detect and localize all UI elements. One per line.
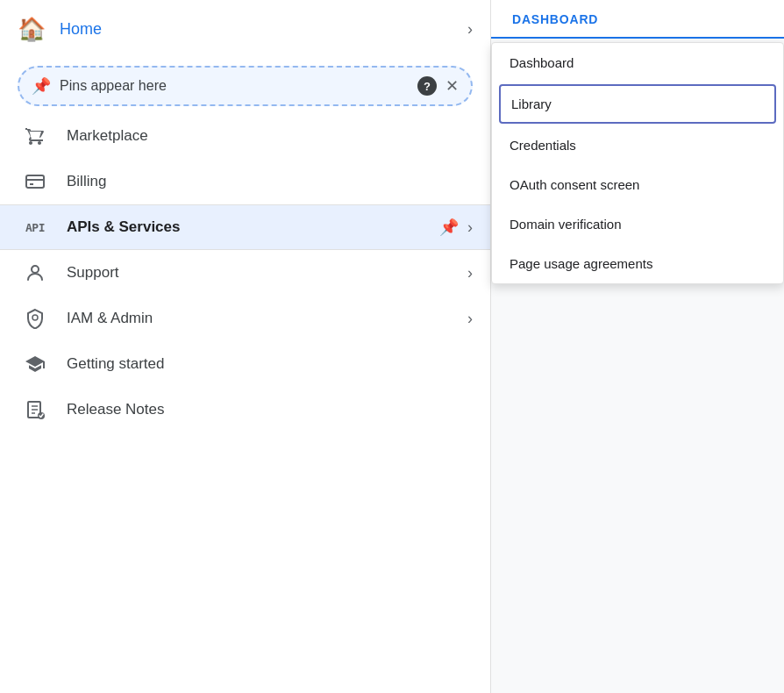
getting-started-label: Getting started [67,355,473,373]
svg-rect-0 [26,175,44,188]
submenu: Dashboard Library Credentials OAuth cons… [491,42,784,284]
iam-icon [18,308,53,329]
sidebar-item-billing[interactable]: Billing [0,159,490,204]
home-icon: 🏠 [18,16,46,43]
support-icon [18,262,53,283]
apis-pin-icon: 📌 [439,218,459,237]
sidebar-item-iam-admin[interactable]: IAM & Admin › [0,296,490,341]
home-chevron-icon: › [467,20,473,39]
right-panel: DASHBOARD ℹ How Google ⬡⬡ Project info P… [491,0,784,693]
billing-label: Billing [67,173,473,190]
submenu-item-page-usage[interactable]: Page usage agreements [492,244,783,283]
home-label: Home [60,20,467,39]
submenu-item-library[interactable]: Library [499,84,776,124]
pins-label: Pins appear here [60,78,409,94]
tab-dashboard[interactable]: DASHBOARD [512,0,598,37]
pins-close-icon[interactable]: ✕ [445,76,459,96]
pin-icon: 📌 [32,76,51,96]
getting-started-icon [18,354,53,375]
sidebar-item-release-notes[interactable]: Release Notes [0,387,490,432]
release-notes-icon [18,399,53,420]
apis-services-label: APIs & Services [67,218,439,236]
sidebar-home[interactable]: 🏠 Home › [0,0,490,59]
submenu-item-oauth-consent[interactable]: OAuth consent screen [492,165,783,204]
apis-chevron-icon: › [467,218,473,237]
svg-point-3 [32,266,39,273]
sidebar: 🏠 Home › 📌 Pins appear here ? ✕ Marketpl… [0,0,491,693]
support-chevron-icon: › [467,264,473,282]
sidebar-item-getting-started[interactable]: Getting started [0,341,490,387]
pins-help-icon[interactable]: ? [417,76,437,96]
submenu-item-credentials[interactable]: Credentials [492,125,783,165]
sidebar-item-apis-services[interactable]: API APIs & Services 📌 › [0,205,490,249]
dashboard-header: DASHBOARD [491,0,784,39]
billing-icon [18,171,53,192]
marketplace-label: Marketplace [67,127,473,145]
marketplace-icon [18,125,53,146]
sidebar-item-marketplace[interactable]: Marketplace [0,113,490,159]
submenu-item-dashboard[interactable]: Dashboard [492,43,783,82]
submenu-item-domain-verification[interactable]: Domain verification [492,204,783,244]
svg-point-4 [32,315,38,320]
support-label: Support [67,264,467,282]
sidebar-item-support[interactable]: Support › [0,250,490,296]
pins-area: 📌 Pins appear here ? ✕ [18,66,473,106]
iam-admin-label: IAM & Admin [67,310,467,327]
iam-chevron-icon: › [467,310,473,328]
release-notes-label: Release Notes [67,401,473,418]
api-icon: API [18,221,53,234]
